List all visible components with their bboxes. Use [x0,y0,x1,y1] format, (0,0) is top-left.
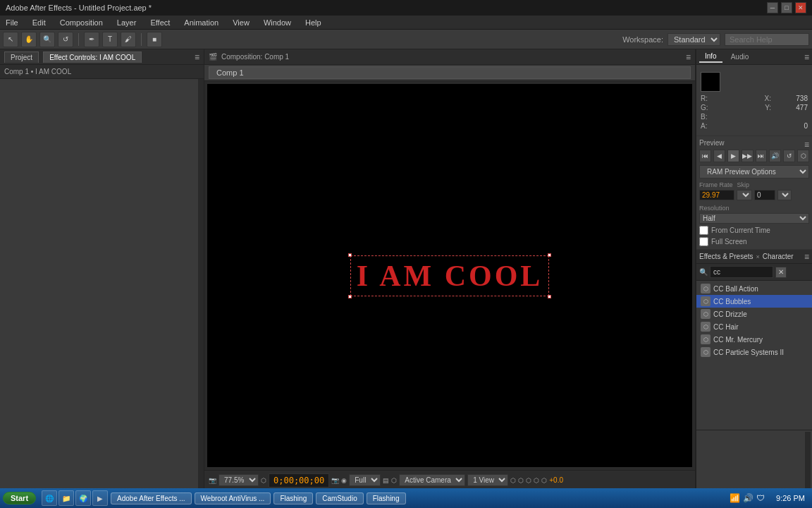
menu-window[interactable]: Window [261,17,294,28]
menu-composition[interactable]: Composition [57,17,106,28]
timecode-display[interactable]: 0;00;00;00 [269,473,329,488]
taskbar-quick-launch: 🌐 📁 🌍 ▶ [42,490,108,506]
effect-cc-mr-mercury[interactable]: ⬡ CC Mr. Mercury [696,333,812,346]
handle-br[interactable] [548,295,551,298]
tool-rotate[interactable]: ↺ [58,32,73,47]
tab-effect-controls[interactable]: Effect Controls: I AM COOL [43,52,142,63]
tool-zoom[interactable]: 🔍 [39,32,55,47]
taskbar-media-icon[interactable]: ▶ [92,490,108,506]
taskbar-antivirus-btn[interactable]: Webroot AntiVirus ... [195,492,271,504]
view-select[interactable]: 1 View [467,474,508,486]
tool-brush[interactable]: 🖌 [121,32,136,47]
menu-view[interactable]: View [230,17,252,28]
toolbar: ↖ ✋ 🔍 ↺ ✒ T 🖌 ■ Workspace: Standard [0,30,812,49]
menu-animation[interactable]: Animation [181,17,221,28]
handle-tr[interactable] [548,253,551,257]
comp-menu-icon[interactable]: ≡ [686,52,691,62]
taskbar-flashing2-btn[interactable]: Flashing [367,492,406,504]
full-screen-label: Full Screen [711,238,747,246]
comp-viewer: I AM COOL [207,84,692,467]
taskbar-folder-icon[interactable]: 📁 [59,490,74,506]
frame-rate-input[interactable] [699,190,734,200]
prev-loop-btn[interactable]: ↺ [783,150,795,162]
prev-audio-btn[interactable]: 🔊 [769,150,781,162]
info-r-row: R: X: 738 [701,95,808,102]
workspace-label: Workspace: [622,35,663,44]
menu-help[interactable]: Help [302,17,324,28]
separator-2 [141,33,142,46]
taskbar-camstudio-btn[interactable]: CamStudio [316,492,363,504]
taskbar-sound-icon: 🔊 [743,493,753,503]
search-input[interactable] [725,33,809,46]
left-panel: Project Effect Controls: I AM COOL ≡ Com… [0,49,204,490]
prev-next-btn[interactable]: ▶▶ [742,150,753,162]
handle-bl[interactable] [348,295,352,298]
tool-pen[interactable]: ✒ [84,32,99,47]
effects-search-input[interactable] [710,266,773,278]
effect-cc-particle-systems[interactable]: ⬡ CC Particle Systems II [696,346,812,358]
left-scrollbar[interactable] [198,79,204,490]
info-menu-icon[interactable]: ≡ [804,52,809,62]
skip-input[interactable] [754,190,775,200]
effect-icon-cc-mercury: ⬡ [701,334,710,344]
handle-tl[interactable] [348,253,352,257]
comp-tab[interactable]: Comp 1 [209,66,691,79]
preview-controls: ⏮ ◀ ▶ ▶▶ ⏭ 🔊 ↺ ⬡ [699,150,809,162]
taskbar-ie-icon[interactable]: 🌐 [42,490,57,506]
panel-menu-icon[interactable]: ≡ [195,52,199,62]
taskbar-flashing-btn[interactable]: Flashing [273,492,313,504]
character-tab[interactable]: Character [763,253,794,260]
tool-select[interactable]: ↖ [3,32,18,47]
effect-cc-drizzle[interactable]: ⬡ CC Drizzle [696,308,812,320]
taskbar-browser-icon[interactable]: 🌍 [75,490,91,506]
menu-layer[interactable]: Layer [114,17,140,28]
skip-unit-select[interactable] [777,190,792,200]
from-current-checkbox[interactable] [699,226,708,235]
titlebar: Adobe After Effects - Untitled Project.a… [0,0,812,16]
full-screen-checkbox[interactable] [699,237,708,246]
close-btn[interactable]: ✕ [795,2,806,13]
full-screen-row: Full Screen [699,237,809,246]
main-area: Project Effect Controls: I AM COOL ≡ Com… [0,49,812,490]
tool-shape[interactable]: ■ [147,32,162,47]
effects-tab[interactable]: Effects & Presets [699,253,753,260]
tab-audio[interactable]: Audio [725,52,755,62]
effects-menu-icon[interactable]: ≡ [804,252,809,262]
workspace-select[interactable]: Standard [668,33,720,46]
quality-select[interactable]: Full [349,474,381,486]
tool-text[interactable]: T [102,32,118,47]
prev-options-btn[interactable]: ⬡ [797,150,809,162]
menu-edit[interactable]: Edit [30,17,49,28]
menubar: File Edit Composition Layer Effect Anima… [0,16,812,30]
tab-project[interactable]: Project [4,52,39,63]
taskbar-ae-btn[interactable]: Adobe After Effects ... [111,492,192,504]
tool-hand[interactable]: ✋ [21,32,37,47]
resolution-select[interactable]: Half [699,213,809,224]
prev-prev-btn[interactable]: ◀ [713,150,725,162]
effect-icon-cc-particle: ⬡ [701,347,710,357]
maximize-btn[interactable]: □ [781,2,792,13]
plus-minus: +0.0 [549,476,563,484]
info-a-value: 0 [804,122,808,130]
tab-info[interactable]: Info [699,51,722,63]
preview-menu-icon[interactable]: ≡ [804,140,809,150]
start-button[interactable]: Start [3,492,36,504]
info-tabs: Info Audio ≡ [696,49,812,65]
prev-play-btn[interactable]: ▶ [727,150,739,162]
zoom-select[interactable]: 77.5% [219,474,259,486]
camera-select[interactable]: Active Camera [399,474,465,486]
menu-file[interactable]: File [3,17,21,28]
menu-effect[interactable]: Effect [147,17,173,28]
effects-clear-btn[interactable]: ✕ [775,267,787,278]
effect-cc-bubbles[interactable]: ⬡ CC Bubbles [696,295,812,308]
effects-scrollbar[interactable] [805,432,811,488]
ram-preview-btn[interactable]: RAM Preview Options [699,165,809,179]
effect-cc-ball-action[interactable]: ⬡ CC Ball Action [696,282,812,295]
effect-cc-hair[interactable]: ⬡ CC Hair [696,320,812,333]
taskbar-security-icon: 🛡 [756,493,765,503]
info-a-row: A: 0 [701,122,808,130]
minimize-btn[interactable]: ─ [767,2,778,13]
prev-first-btn[interactable]: ⏮ [699,150,711,162]
frame-rate-unit-select[interactable] [737,190,752,200]
prev-last-btn[interactable]: ⏭ [756,150,768,162]
